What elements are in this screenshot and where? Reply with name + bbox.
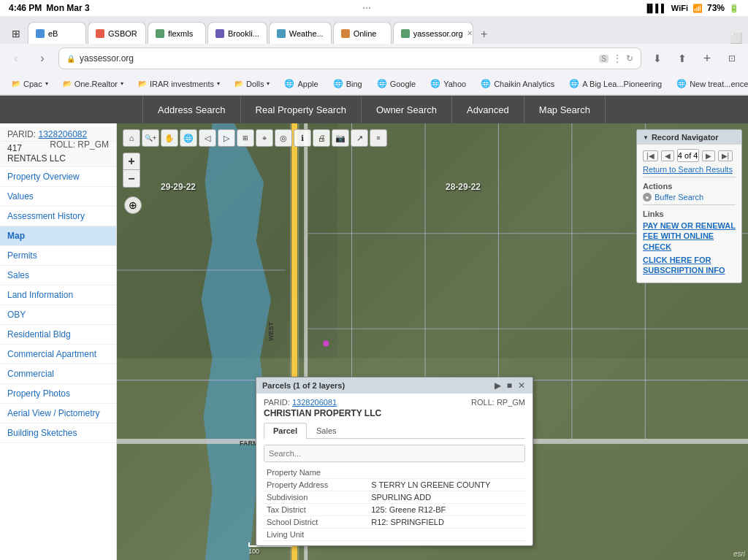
parid-row: PARID: 1328206082 ROLL: RP_GM bbox=[0, 126, 116, 142]
record-nav-next-button[interactable]: ▶ bbox=[702, 150, 715, 161]
nav-advanced[interactable]: Advanced bbox=[452, 96, 524, 123]
tab-assessor[interactable]: yassessor.org ✕ bbox=[393, 22, 473, 44]
pay-fee-link[interactable]: PAY NEW OR RENEWAL FEE WITH ONLINE CHECK bbox=[643, 220, 736, 252]
sidebar-map[interactable]: Map bbox=[0, 226, 116, 246]
map-tool-prev[interactable]: ◁ bbox=[199, 129, 216, 147]
bookmark-newtreat[interactable]: 🌐 New treat...enceDaily bbox=[671, 76, 748, 92]
tab-weather[interactable]: Weathe... bbox=[269, 22, 332, 44]
record-nav-first-button[interactable]: |◀ bbox=[643, 150, 658, 161]
sidebar-values[interactable]: Values bbox=[0, 187, 116, 207]
map-tool-share[interactable]: ↗ bbox=[351, 129, 368, 147]
bookmark-bigleap[interactable]: 🌐 A Big Lea...Pioneering bbox=[563, 76, 668, 92]
reload-icon[interactable]: ↻ bbox=[626, 53, 633, 64]
parid-link[interactable]: 1328206082 bbox=[38, 129, 87, 139]
tab-brookli[interactable]: Brookli... bbox=[207, 22, 267, 44]
bookmark-yahoo[interactable]: 🌐 Yahoo bbox=[424, 76, 472, 92]
bookmark-apple-icon: 🌐 bbox=[284, 79, 294, 88]
bookmark-apple[interactable]: 🌐 Apple bbox=[278, 76, 324, 92]
address-bar[interactable]: 🔒 yassessor.org S ⋮ ↻ bbox=[58, 47, 641, 69]
bookmark-dolls[interactable]: 📂 Dolls ▾ bbox=[229, 76, 275, 92]
sidebar-residential-bldg[interactable]: Residential Bldg bbox=[0, 325, 116, 345]
bookmark-bing[interactable]: 🌐 Bing bbox=[327, 76, 368, 92]
tab-share-icon[interactable]: ⬜ bbox=[730, 32, 742, 44]
zoom-in-button[interactable]: + bbox=[123, 153, 140, 170]
map-tool-target[interactable]: ◎ bbox=[275, 129, 292, 147]
sidebar-commercial[interactable]: Commercial bbox=[0, 364, 116, 384]
map-tool-pan[interactable]: ✋ bbox=[161, 129, 178, 147]
nav-map-search[interactable]: Map Search bbox=[524, 96, 606, 123]
nav-address-search[interactable]: Address Search bbox=[142, 96, 241, 123]
map-tool-layers2[interactable]: ≡ bbox=[370, 129, 387, 147]
map-tool-zoom-in-icon[interactable]: 🔍+ bbox=[142, 129, 159, 147]
sidebar-property-overview[interactable]: Property Overview bbox=[0, 167, 116, 187]
download-button[interactable]: ⬇ bbox=[647, 48, 668, 69]
new-tab-plus-button[interactable]: + bbox=[697, 48, 717, 69]
forward-button[interactable]: › bbox=[32, 48, 53, 69]
map-container[interactable]: ⌂ 🔍+ ✋ 🌐 ◁ ▷ ⊞ ⌖ ◎ ℹ 🖨 📷 ↗ ≡ + − ⊕ 29-29… bbox=[117, 123, 748, 560]
sidebar-land-information[interactable]: Land Information bbox=[0, 285, 116, 305]
sidebar-oby[interactable]: OBY bbox=[0, 305, 116, 325]
field-value-address: S TERRY LN GREENE COUNTY bbox=[368, 479, 525, 491]
map-compass[interactable]: ⊕ bbox=[124, 196, 142, 214]
map-tool-info[interactable]: ℹ bbox=[294, 129, 311, 147]
tab-online[interactable]: Online bbox=[333, 22, 392, 44]
browser-chrome: ⊞ eB GSBOR flexmls Brookli... Weathe... … bbox=[0, 16, 748, 96]
bookmark-irar[interactable]: 📂 IRAR investments ▾ bbox=[132, 76, 226, 92]
map-tool-globe[interactable]: 🌐 bbox=[180, 129, 197, 147]
map-tool-next[interactable]: ▷ bbox=[218, 129, 235, 147]
sidebar-property-photos[interactable]: Property Photos bbox=[0, 384, 116, 404]
return-to-search-link[interactable]: Return to Search Results bbox=[643, 165, 736, 174]
nav-real-property-search[interactable]: Real Property Search bbox=[241, 96, 362, 123]
map-tool-home[interactable]: ⌂ bbox=[123, 129, 140, 147]
table-row: Property Name bbox=[264, 467, 525, 479]
tab-gsbor[interactable]: GSBOR bbox=[88, 22, 146, 44]
field-value-tax-district: 125: Greene R12-BF bbox=[368, 504, 525, 516]
back-button[interactable]: ‹ bbox=[6, 48, 26, 69]
bookmark-chaikin[interactable]: 🌐 Chaikin Analytics bbox=[475, 76, 560, 92]
map-toolbar: ⌂ 🔍+ ✋ 🌐 ◁ ▷ ⊞ ⌖ ◎ ℹ 🖨 📷 ↗ ≡ bbox=[123, 129, 387, 147]
sidebar-permits[interactable]: Permits bbox=[0, 246, 116, 266]
tabs-overview-button[interactable]: ⊡ bbox=[722, 48, 742, 69]
popup-close-button[interactable]: ✕ bbox=[516, 380, 527, 391]
bookmark-cpac[interactable]: 📂 Cpac ▾ bbox=[6, 76, 54, 92]
zoom-out-button[interactable]: − bbox=[123, 170, 140, 188]
popup-tab-sales-label: Sales bbox=[316, 426, 337, 435]
new-tab-button[interactable]: + bbox=[475, 25, 494, 44]
tab-close-icon[interactable]: ✕ bbox=[467, 29, 473, 37]
popup-search-input[interactable] bbox=[264, 445, 525, 462]
tab-eb[interactable]: eB bbox=[28, 22, 86, 44]
links-label: Links bbox=[643, 210, 736, 218]
sidebar-assessment-history[interactable]: Assessment History bbox=[0, 207, 116, 226]
field-label-living-unit: Living Unit bbox=[264, 529, 368, 541]
share-button[interactable]: ⬆ bbox=[672, 48, 692, 69]
sidebar-aerial-view[interactable]: Aerial View / Pictometry bbox=[0, 404, 116, 423]
map-tool-layers[interactable]: ⊞ bbox=[237, 129, 254, 147]
popup-tab-parcel[interactable]: Parcel bbox=[264, 423, 307, 439]
parcel-popup-body: PARID: 1328206081 ROLL: RP_GM CHRISTIAN … bbox=[256, 394, 533, 545]
sidebar-sales[interactable]: Sales bbox=[0, 266, 116, 285]
sidebar-toggle-btn[interactable]: ⊞ bbox=[6, 23, 26, 44]
popup-tab-sales[interactable]: Sales bbox=[307, 423, 346, 438]
table-row: Property Address S TERRY LN GREENE COUNT… bbox=[264, 479, 525, 491]
popup-stop-button[interactable]: ■ bbox=[505, 380, 514, 391]
sidebar-commercial-apartment-label: Commercial Apartment bbox=[7, 349, 96, 359]
record-nav-counter-input[interactable] bbox=[677, 149, 699, 162]
sidebar-building-sketches[interactable]: Building Sketches bbox=[0, 423, 116, 443]
record-nav-last-button[interactable]: ▶| bbox=[718, 150, 733, 161]
bookmark-google[interactable]: 🌐 Google bbox=[371, 76, 421, 92]
record-nav-prev-button[interactable]: ◀ bbox=[661, 150, 674, 161]
subscription-link[interactable]: CLICK HERE FOR SUBSCRIPTION INFO bbox=[643, 255, 736, 276]
nav-owner-search[interactable]: Owner Search bbox=[362, 96, 452, 123]
map-tool-print[interactable]: 🖨 bbox=[313, 129, 330, 147]
popup-parid-value[interactable]: 1328206081 bbox=[292, 398, 337, 407]
parcel-popup: Parcels (1 of 2 layers) ▶ ■ ✕ PARID: 132… bbox=[256, 377, 533, 546]
popup-play-button[interactable]: ▶ bbox=[493, 380, 503, 391]
tab-flexmls[interactable]: flexmls bbox=[148, 22, 206, 44]
sidebar-commercial-apartment[interactable]: Commercial Apartment bbox=[0, 345, 116, 364]
map-tool-cursor[interactable]: ⌖ bbox=[256, 129, 273, 147]
bookmark-onerealtor-chevron: ▾ bbox=[121, 80, 123, 87]
bookmark-onerealtor[interactable]: 📂 One.Realtor ▾ bbox=[57, 76, 129, 92]
browser-menu-icon[interactable]: ⋮ bbox=[613, 53, 622, 64]
map-tool-camera[interactable]: 📷 bbox=[332, 129, 349, 147]
buffer-search-action[interactable]: ● Buffer Search bbox=[643, 193, 736, 202]
